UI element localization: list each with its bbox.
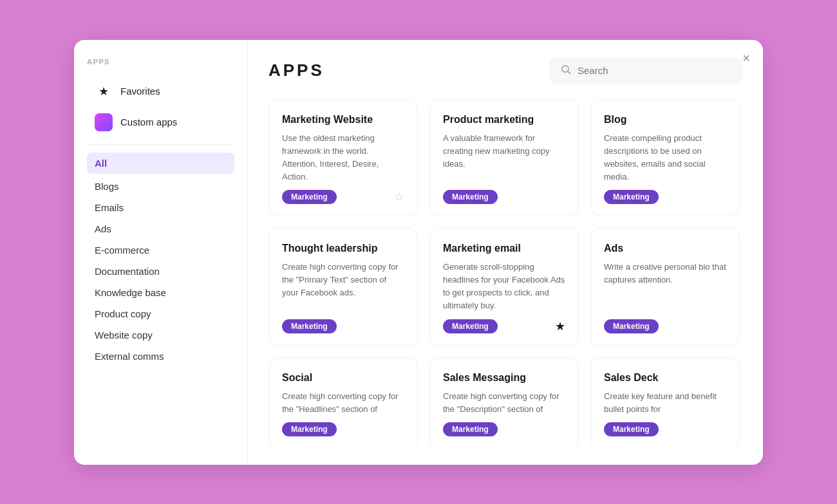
- sidebar-category-knowledge-base[interactable]: Knowledge base: [87, 283, 234, 303]
- sidebar-category-ads[interactable]: Ads: [87, 219, 234, 239]
- card-footer: Marketing: [443, 422, 565, 436]
- card-title: Social: [282, 372, 404, 384]
- sidebar-item-label: Favorites: [120, 86, 160, 97]
- card-title: Sales Deck: [604, 372, 726, 384]
- card-ads[interactable]: Ads Write a creative personal bio that c…: [590, 228, 740, 346]
- sidebar-item-label: Custom apps: [120, 117, 177, 127]
- sidebar-category-label: Product copy: [95, 308, 151, 319]
- apps-modal: × APPS ★ Favorites Custom apps All Blogs…: [74, 40, 763, 465]
- sidebar-category-ecommerce[interactable]: E-commerce: [87, 240, 234, 260]
- main-header: APPS: [268, 58, 742, 84]
- sidebar-category-documentation[interactable]: Documentation: [87, 261, 234, 281]
- search-box[interactable]: [549, 58, 742, 84]
- search-icon: [561, 64, 571, 77]
- card-marketing-website[interactable]: Marketing Website Use the oldest marketi…: [268, 99, 418, 217]
- card-thought-leadership[interactable]: Thought leadership Create high convertin…: [268, 228, 418, 346]
- card-title: Marketing email: [443, 243, 565, 254]
- sidebar-category-external-comms[interactable]: External comms: [87, 346, 234, 366]
- card-blog[interactable]: Blog Create compelling product descripti…: [590, 99, 740, 217]
- card-tag: Marketing: [443, 190, 498, 204]
- card-title: Thought leadership: [282, 243, 404, 254]
- sidebar: APPS ★ Favorites Custom apps All Blogs E…: [74, 40, 248, 465]
- card-footer: Marketing ☆: [282, 190, 404, 204]
- sidebar-category-product-copy[interactable]: Product copy: [87, 304, 234, 324]
- card-sales-messaging[interactable]: Sales Messaging Create high converting c…: [429, 357, 579, 447]
- sidebar-category-blogs[interactable]: Blogs: [87, 176, 234, 196]
- sidebar-category-emails[interactable]: Emails: [87, 198, 234, 218]
- search-input[interactable]: [578, 65, 731, 76]
- card-product-marketing[interactable]: Product marketing A valuable framework f…: [429, 99, 579, 217]
- card-title: Blog: [604, 114, 726, 126]
- main-content: APPS Marketing Website Use the oldest ma…: [248, 40, 763, 465]
- card-tag: Marketing: [282, 422, 337, 436]
- sidebar-category-label: All: [95, 158, 107, 169]
- card-tag: Marketing: [604, 319, 659, 333]
- favorite-star[interactable]: ☆: [394, 190, 404, 204]
- card-desc: Create high converting copy for the "Des…: [443, 390, 565, 416]
- card-desc: Create key feature and benefit bullet po…: [604, 390, 726, 416]
- card-footer: Marketing: [604, 190, 726, 204]
- card-desc: Create compelling product descriptions t…: [604, 132, 726, 184]
- sidebar-category-label: E-commerce: [95, 245, 149, 256]
- sidebar-category-label: Knowledge base: [95, 287, 166, 298]
- sidebar-category-all[interactable]: All: [87, 153, 234, 174]
- sidebar-item-custom-apps[interactable]: Custom apps: [87, 108, 234, 136]
- page-title: APPS: [268, 61, 324, 80]
- svg-line-1: [568, 71, 570, 74]
- card-desc: Use the oldest marketing framework in th…: [282, 132, 404, 184]
- card-title: Ads: [604, 243, 726, 254]
- card-title: Marketing Website: [282, 114, 404, 126]
- card-tag: Marketing: [604, 190, 659, 204]
- cards-grid: Marketing Website Use the oldest marketi…: [268, 99, 742, 447]
- card-tag: Marketing: [443, 422, 498, 436]
- card-footer: Marketing: [604, 319, 726, 333]
- sidebar-category-label: Emails: [95, 202, 124, 213]
- card-marketing-email[interactable]: Marketing email Generate scroll-stopping…: [429, 228, 579, 346]
- sidebar-category-label: Website copy: [95, 330, 153, 341]
- card-tag: Marketing: [443, 319, 498, 333]
- sidebar-category-label: Documentation: [95, 266, 160, 277]
- card-sales-deck[interactable]: Sales Deck Create key feature and benefi…: [590, 357, 740, 447]
- card-desc: Generate scroll-stopping headlines for y…: [443, 261, 565, 313]
- sidebar-category-label: Ads: [95, 223, 111, 234]
- card-footer: Marketing: [282, 422, 404, 436]
- sidebar-category-label: External comms: [95, 351, 164, 362]
- card-footer: Marketing: [443, 190, 565, 204]
- card-tag: Marketing: [282, 319, 337, 333]
- card-social[interactable]: Social Create high converting copy for t…: [268, 357, 418, 447]
- sidebar-category-website-copy[interactable]: Website copy: [87, 325, 234, 345]
- card-footer: Marketing ★: [443, 319, 565, 333]
- favorite-star[interactable]: ★: [555, 319, 565, 333]
- sidebar-category-label: Blogs: [95, 181, 119, 192]
- card-footer: Marketing: [282, 319, 404, 333]
- card-desc: Create high converting copy for the "Pri…: [282, 261, 404, 313]
- card-tag: Marketing: [282, 190, 337, 204]
- sidebar-section-label: APPS: [87, 58, 234, 66]
- card-tag: Marketing: [604, 422, 659, 436]
- card-footer: Marketing: [604, 422, 726, 436]
- star-icon: ★: [95, 82, 113, 100]
- card-desc: Create high converting copy for the "Hea…: [282, 390, 404, 416]
- card-title: Sales Messaging: [443, 372, 565, 384]
- card-title: Product marketing: [443, 114, 565, 126]
- sidebar-item-favorites[interactable]: ★ Favorites: [87, 77, 234, 106]
- custom-apps-icon: [95, 113, 113, 131]
- sidebar-divider: [87, 144, 234, 145]
- card-desc: A valuable framework for creating new ma…: [443, 132, 565, 184]
- close-button[interactable]: ×: [742, 51, 750, 64]
- card-desc: Write a creative personal bio that captu…: [604, 261, 726, 313]
